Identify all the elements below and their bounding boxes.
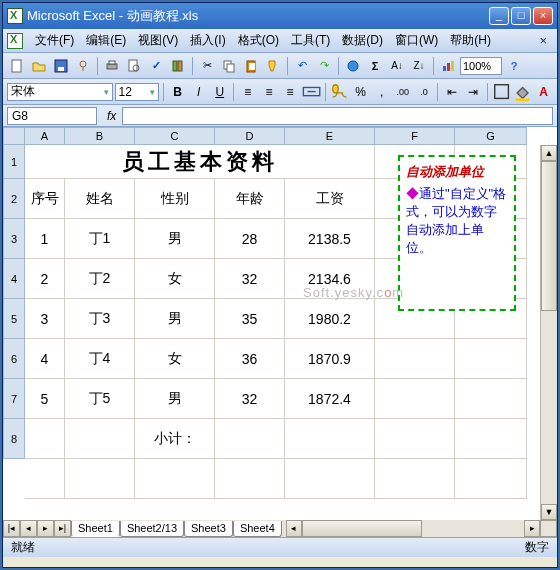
cell[interactable] xyxy=(375,379,455,419)
sheet-tab[interactable]: Sheet4 xyxy=(233,521,282,537)
menu-file[interactable]: 文件(F) xyxy=(29,30,80,51)
cell[interactable]: 丁2 xyxy=(65,259,135,299)
save-button[interactable] xyxy=(51,56,71,76)
col-header-G[interactable]: G xyxy=(455,127,527,145)
cell[interactable] xyxy=(455,419,527,459)
cell[interactable]: 男 xyxy=(135,219,215,259)
cell[interactable] xyxy=(375,339,455,379)
autosum-button[interactable]: Σ xyxy=(365,56,385,76)
sort-asc-button[interactable]: A↓ xyxy=(387,56,407,76)
research-button[interactable] xyxy=(168,56,188,76)
menu-insert[interactable]: 插入(I) xyxy=(184,30,231,51)
font-combo[interactable]: 宋体▾ xyxy=(7,83,113,101)
tab-next-button[interactable]: ▸ xyxy=(37,520,54,537)
scroll-left-button[interactable]: ◂ xyxy=(286,520,302,537)
cell[interactable]: 1870.9 xyxy=(285,339,375,379)
cell[interactable]: 1980.2 xyxy=(285,299,375,339)
hyperlink-button[interactable] xyxy=(343,56,363,76)
tab-prev-button[interactable]: ◂ xyxy=(20,520,37,537)
row-header-7[interactable]: 7 xyxy=(3,379,25,419)
cell[interactable]: 男 xyxy=(135,299,215,339)
cell[interactable]: 2 xyxy=(25,259,65,299)
cell[interactable]: 小计： xyxy=(135,419,215,459)
cell[interactable]: 性别 xyxy=(135,179,215,219)
decrease-decimal-button[interactable]: .0 xyxy=(414,82,433,102)
cell[interactable]: 2138.5 xyxy=(285,219,375,259)
increase-indent-button[interactable]: ⇥ xyxy=(464,82,483,102)
cell[interactable]: 5 xyxy=(25,379,65,419)
row-header-4[interactable]: 4 xyxy=(3,259,25,299)
sheet-tab[interactable]: Sheet2/13 xyxy=(120,521,184,537)
new-button[interactable] xyxy=(7,56,27,76)
cell[interactable]: 姓名 xyxy=(65,179,135,219)
cell[interactable]: 工资 xyxy=(285,179,375,219)
formula-bar[interactable] xyxy=(122,107,553,125)
name-box[interactable]: G8 xyxy=(7,107,97,125)
row-header-1[interactable]: 1 xyxy=(3,145,25,179)
cell[interactable] xyxy=(65,459,135,499)
cell[interactable] xyxy=(215,459,285,499)
maximize-button[interactable]: □ xyxy=(511,7,531,25)
preview-button[interactable] xyxy=(124,56,144,76)
col-header-B[interactable]: B xyxy=(65,127,135,145)
col-header-A[interactable]: A xyxy=(25,127,65,145)
close-button[interactable]: × xyxy=(533,7,553,25)
cell[interactable] xyxy=(65,419,135,459)
cell[interactable]: 丁4 xyxy=(65,339,135,379)
cell[interactable] xyxy=(375,419,455,459)
print-button[interactable] xyxy=(102,56,122,76)
tab-first-button[interactable]: |◂ xyxy=(3,520,20,537)
row-header-8[interactable]: 8 xyxy=(3,419,25,459)
align-center-button[interactable]: ≡ xyxy=(259,82,278,102)
select-all-corner[interactable] xyxy=(3,127,25,145)
menu-tools[interactable]: 工具(T) xyxy=(285,30,336,51)
minimize-button[interactable]: _ xyxy=(489,7,509,25)
cell[interactable]: 年龄 xyxy=(215,179,285,219)
menu-window[interactable]: 窗口(W) xyxy=(389,30,444,51)
cell[interactable]: 丁5 xyxy=(65,379,135,419)
cell[interactable] xyxy=(135,459,215,499)
align-right-button[interactable]: ≡ xyxy=(281,82,300,102)
redo-button[interactable]: ↷ xyxy=(314,56,334,76)
col-header-C[interactable]: C xyxy=(135,127,215,145)
cell[interactable] xyxy=(455,339,527,379)
cell[interactable]: 32 xyxy=(215,259,285,299)
titlebar[interactable]: Microsoft Excel - 动画教程.xls _ □ × xyxy=(3,3,557,29)
vertical-scrollbar[interactable]: ▲ ▼ xyxy=(540,145,557,520)
bold-button[interactable]: B xyxy=(168,82,187,102)
horizontal-scrollbar[interactable]: ◂ ▸ xyxy=(286,520,540,537)
row-header-2[interactable]: 2 xyxy=(3,179,25,219)
resize-grip[interactable] xyxy=(540,520,557,537)
spell-button[interactable]: ✓ xyxy=(146,56,166,76)
undo-button[interactable]: ↶ xyxy=(292,56,312,76)
cell[interactable]: 32 xyxy=(215,379,285,419)
cell[interactable]: 女 xyxy=(135,339,215,379)
zoom-combo[interactable]: 100% xyxy=(460,57,502,75)
cell[interactable] xyxy=(455,379,527,419)
sheet-tab[interactable]: Sheet3 xyxy=(184,521,233,537)
underline-button[interactable]: U xyxy=(210,82,229,102)
paste-button[interactable] xyxy=(241,56,261,76)
cell[interactable]: 男 xyxy=(135,379,215,419)
cell[interactable]: 35 xyxy=(215,299,285,339)
cell[interactable] xyxy=(285,459,375,499)
h-scroll-thumb[interactable] xyxy=(302,520,422,537)
comma-button[interactable]: , xyxy=(372,82,391,102)
col-header-E[interactable]: E xyxy=(285,127,375,145)
scroll-right-button[interactable]: ▸ xyxy=(524,520,540,537)
row-header-6[interactable]: 6 xyxy=(3,339,25,379)
cell[interactable]: 1 xyxy=(25,219,65,259)
cell[interactable] xyxy=(375,459,455,499)
open-button[interactable] xyxy=(29,56,49,76)
cell[interactable] xyxy=(285,419,375,459)
menu-edit[interactable]: 编辑(E) xyxy=(80,30,132,51)
menu-view[interactable]: 视图(V) xyxy=(132,30,184,51)
cell[interactable]: 员工基本资料 xyxy=(25,145,375,179)
sort-desc-button[interactable]: Z↓ xyxy=(409,56,429,76)
percent-button[interactable]: % xyxy=(351,82,370,102)
italic-button[interactable]: I xyxy=(189,82,208,102)
fontsize-combo[interactable]: 12▾ xyxy=(115,83,159,101)
merge-button[interactable] xyxy=(302,82,321,102)
cell[interactable]: 36 xyxy=(215,339,285,379)
format-painter-button[interactable] xyxy=(263,56,283,76)
